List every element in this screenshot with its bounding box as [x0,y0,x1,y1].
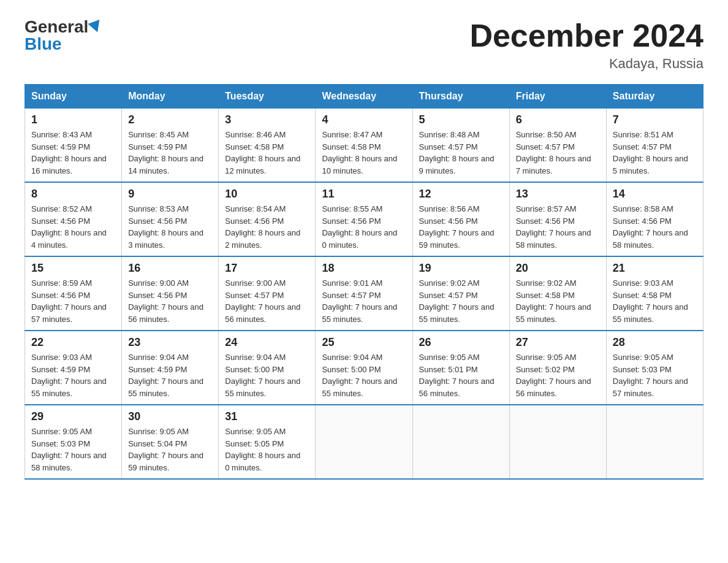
calendar-cell: 6Sunrise: 8:50 AMSunset: 4:57 PMDaylight… [509,109,606,183]
day-number: 7 [613,113,697,126]
day-number: 24 [225,336,309,349]
calendar-week-1: 1Sunrise: 8:43 AMSunset: 4:59 PMDaylight… [25,109,703,183]
day-number: 2 [128,113,212,126]
sun-info: Sunrise: 8:54 AMSunset: 4:56 PMDaylight:… [225,203,309,251]
header-day-sunday: Sunday [25,85,122,109]
calendar-cell: 5Sunrise: 8:48 AMSunset: 4:57 PMDaylight… [412,109,509,183]
day-number: 22 [31,336,115,349]
calendar-cell: 25Sunrise: 9:04 AMSunset: 5:00 PMDayligh… [316,331,412,405]
day-number: 16 [128,262,212,275]
sun-info: Sunrise: 9:02 AMSunset: 4:58 PMDaylight:… [516,277,600,325]
sun-info: Sunrise: 8:58 AMSunset: 4:56 PMDaylight:… [613,203,697,251]
header-day-saturday: Saturday [606,85,703,109]
sun-info: Sunrise: 8:46 AMSunset: 4:58 PMDaylight:… [225,129,309,177]
sun-info: Sunrise: 8:56 AMSunset: 4:56 PMDaylight:… [419,203,503,251]
header-row: SundayMondayTuesdayWednesdayThursdayFrid… [25,85,703,109]
day-number: 20 [516,262,600,275]
calendar-cell: 20Sunrise: 9:02 AMSunset: 4:58 PMDayligh… [509,256,606,331]
sun-info: Sunrise: 9:02 AMSunset: 4:57 PMDaylight:… [419,277,503,325]
calendar-cell: 16Sunrise: 9:00 AMSunset: 4:56 PMDayligh… [122,256,219,331]
calendar-cell: 17Sunrise: 9:00 AMSunset: 4:57 PMDayligh… [219,256,316,331]
calendar-cell: 9Sunrise: 8:53 AMSunset: 4:56 PMDaylight… [122,182,219,256]
sun-info: Sunrise: 8:45 AMSunset: 4:59 PMDaylight:… [128,129,212,177]
day-number: 31 [225,410,309,423]
calendar-cell: 27Sunrise: 9:05 AMSunset: 5:02 PMDayligh… [509,331,606,405]
day-number: 27 [516,336,600,349]
day-number: 10 [225,188,309,201]
calendar-cell: 21Sunrise: 9:03 AMSunset: 4:58 PMDayligh… [606,256,703,331]
calendar-week-3: 15Sunrise: 8:59 AMSunset: 4:56 PMDayligh… [25,256,703,331]
calendar-week-2: 8Sunrise: 8:52 AMSunset: 4:56 PMDaylight… [25,182,703,256]
sun-info: Sunrise: 8:43 AMSunset: 4:59 PMDaylight:… [31,129,115,177]
day-number: 6 [516,113,600,126]
calendar-cell: 18Sunrise: 9:01 AMSunset: 4:57 PMDayligh… [316,256,412,331]
logo-blue: Blue [25,34,62,53]
day-number: 5 [419,113,503,126]
calendar-cell: 13Sunrise: 8:57 AMSunset: 4:56 PMDayligh… [509,182,606,256]
calendar-cell: 8Sunrise: 8:52 AMSunset: 4:56 PMDaylight… [25,182,122,256]
calendar-cell: 1Sunrise: 8:43 AMSunset: 4:59 PMDaylight… [25,109,122,183]
header-day-wednesday: Wednesday [316,85,412,109]
day-number: 8 [31,188,115,201]
calendar-week-5: 29Sunrise: 9:05 AMSunset: 5:03 PMDayligh… [25,405,703,479]
sun-info: Sunrise: 9:05 AMSunset: 5:01 PMDaylight:… [419,351,503,399]
calendar-cell: 15Sunrise: 8:59 AMSunset: 4:56 PMDayligh… [25,256,122,331]
sun-info: Sunrise: 9:05 AMSunset: 5:02 PMDaylight:… [516,351,600,399]
calendar-cell [316,405,412,479]
day-number: 18 [322,262,406,275]
calendar-cell [412,405,509,479]
sun-info: Sunrise: 9:04 AMSunset: 5:00 PMDaylight:… [225,351,309,399]
sun-info: Sunrise: 9:00 AMSunset: 4:57 PMDaylight:… [225,277,309,325]
day-number: 30 [128,410,212,423]
sun-info: Sunrise: 9:05 AMSunset: 5:03 PMDaylight:… [613,351,697,399]
day-number: 23 [128,336,212,349]
calendar-cell: 19Sunrise: 9:02 AMSunset: 4:57 PMDayligh… [412,256,509,331]
sun-info: Sunrise: 8:57 AMSunset: 4:56 PMDaylight:… [516,203,600,251]
calendar-cell: 31Sunrise: 9:05 AMSunset: 5:05 PMDayligh… [219,405,316,479]
sun-info: Sunrise: 9:04 AMSunset: 4:59 PMDaylight:… [128,351,212,399]
day-number: 1 [31,113,115,126]
day-number: 21 [613,262,697,275]
calendar-cell: 29Sunrise: 9:05 AMSunset: 5:03 PMDayligh… [25,405,122,479]
header-day-tuesday: Tuesday [219,85,316,109]
day-number: 19 [419,262,503,275]
location: Kadaya, Russia [469,56,703,72]
sun-info: Sunrise: 8:59 AMSunset: 4:56 PMDaylight:… [31,277,115,325]
calendar-cell: 30Sunrise: 9:05 AMSunset: 5:04 PMDayligh… [122,405,219,479]
day-number: 15 [31,262,115,275]
calendar-cell: 3Sunrise: 8:46 AMSunset: 4:58 PMDaylight… [219,109,316,183]
header-day-monday: Monday [122,85,219,109]
calendar-cell: 10Sunrise: 8:54 AMSunset: 4:56 PMDayligh… [219,182,316,256]
calendar-cell: 22Sunrise: 9:03 AMSunset: 4:59 PMDayligh… [25,331,122,405]
calendar-cell: 23Sunrise: 9:04 AMSunset: 4:59 PMDayligh… [122,331,219,405]
logo-triangle-icon [88,20,104,34]
day-number: 17 [225,262,309,275]
day-number: 13 [516,188,600,201]
sun-info: Sunrise: 9:00 AMSunset: 4:56 PMDaylight:… [128,277,212,325]
calendar-cell: 14Sunrise: 8:58 AMSunset: 4:56 PMDayligh… [606,182,703,256]
day-number: 3 [225,113,309,126]
calendar-cell: 4Sunrise: 8:47 AMSunset: 4:58 PMDaylight… [316,109,412,183]
calendar-body: 1Sunrise: 8:43 AMSunset: 4:59 PMDaylight… [25,109,703,480]
calendar-cell: 26Sunrise: 9:05 AMSunset: 5:01 PMDayligh… [412,331,509,405]
day-number: 9 [128,188,212,201]
sun-info: Sunrise: 9:04 AMSunset: 5:00 PMDaylight:… [322,351,406,399]
sun-info: Sunrise: 9:05 AMSunset: 5:03 PMDaylight:… [31,426,115,473]
header-day-friday: Friday [509,85,606,109]
sun-info: Sunrise: 9:05 AMSunset: 5:04 PMDaylight:… [128,426,212,473]
day-number: 26 [419,336,503,349]
month-title: December 2024 [469,18,703,53]
calendar-cell: 28Sunrise: 9:05 AMSunset: 5:03 PMDayligh… [606,331,703,405]
calendar-cell: 24Sunrise: 9:04 AMSunset: 5:00 PMDayligh… [219,331,316,405]
day-number: 29 [31,410,115,423]
calendar-table: SundayMondayTuesdayWednesdayThursdayFrid… [25,84,703,480]
sun-info: Sunrise: 8:48 AMSunset: 4:57 PMDaylight:… [419,129,503,177]
day-number: 12 [419,188,503,201]
sun-info: Sunrise: 9:01 AMSunset: 4:57 PMDaylight:… [322,277,406,325]
header-day-thursday: Thursday [412,85,509,109]
sun-info: Sunrise: 9:03 AMSunset: 4:58 PMDaylight:… [613,277,697,325]
day-number: 11 [322,188,406,201]
page-header: General Blue December 2024 Kadaya, Russi… [25,18,703,72]
day-number: 4 [322,113,406,126]
calendar-cell [606,405,703,479]
